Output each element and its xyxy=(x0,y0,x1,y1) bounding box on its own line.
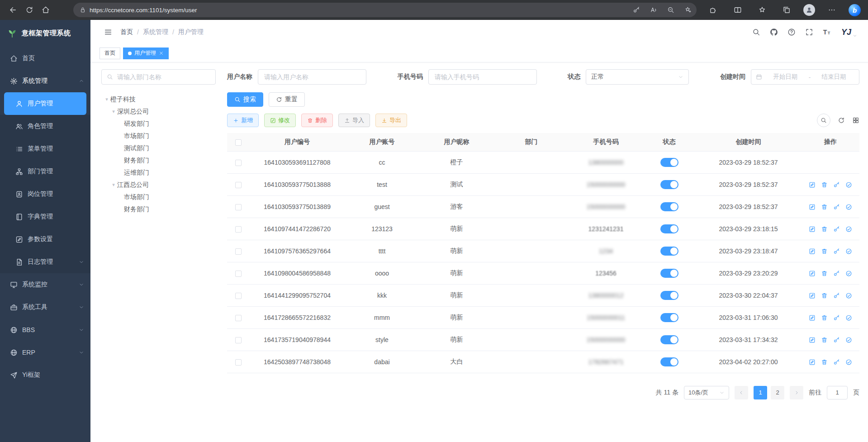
status-toggle[interactable] xyxy=(660,247,678,256)
table-search-button[interactable] xyxy=(817,114,830,127)
edit-button[interactable] xyxy=(809,270,816,277)
header-search-icon[interactable] xyxy=(752,28,760,36)
tree-expand-caret[interactable]: ▾ xyxy=(110,109,117,114)
delete-button[interactable] xyxy=(821,314,828,321)
tree-node[interactable]: ▾深圳总公司 xyxy=(101,105,216,118)
table-row[interactable]: 1641097441472286720123123萌新1231241231202… xyxy=(227,218,859,240)
sidebar-item-dept[interactable]: 部门管理 xyxy=(0,160,90,183)
edit-button[interactable] xyxy=(809,204,816,210)
table-row[interactable]: 1641030593691127808cc橙子13800000002023-03… xyxy=(227,151,859,173)
url-text[interactable]: https://ccnetcore.com:1101/system/user xyxy=(90,7,626,14)
search-button[interactable]: 搜索 xyxy=(227,92,263,107)
row-checkbox[interactable] xyxy=(235,315,242,321)
table-refresh-button[interactable] xyxy=(838,117,845,124)
tree-node[interactable]: 运维部门 xyxy=(101,166,216,179)
table-row[interactable]: 1641030593775013889guest游客15000000000202… xyxy=(227,195,859,218)
reset-password-button[interactable] xyxy=(833,204,840,210)
edit-button[interactable] xyxy=(809,359,816,366)
tree-node[interactable]: 财务部门 xyxy=(101,154,216,166)
username-input[interactable] xyxy=(258,69,366,85)
tree-node[interactable]: ▾江西总公司 xyxy=(101,179,216,191)
tree-node[interactable]: 市场部门 xyxy=(101,130,216,142)
sidebar-item-home[interactable]: 首页 xyxy=(0,47,90,70)
page-button-1[interactable]: 1 xyxy=(754,386,767,399)
split-screen-button[interactable] xyxy=(730,2,745,18)
status-toggle[interactable] xyxy=(660,335,678,344)
github-icon[interactable] xyxy=(770,28,778,36)
sidebar-item-config[interactable]: 参数设置 xyxy=(0,228,90,251)
assign-role-button[interactable] xyxy=(845,226,852,233)
phone-field[interactable] xyxy=(434,73,531,81)
sidebar-item-user[interactable]: 用户管理 xyxy=(4,92,86,115)
page-button-2[interactable]: 2 xyxy=(771,386,784,399)
reset-password-button[interactable] xyxy=(833,359,840,366)
reload-button[interactable] xyxy=(22,2,37,18)
sidebar-item-post[interactable]: 岗位管理 xyxy=(0,183,90,205)
edit-button[interactable] xyxy=(809,292,816,299)
table-row[interactable]: 1641097576365297664tttt萌新12342023-03-29 … xyxy=(227,240,859,262)
favorites-button[interactable] xyxy=(754,2,770,18)
tree-expand-caret[interactable]: ▾ xyxy=(110,182,117,188)
prev-page-button[interactable] xyxy=(735,386,748,399)
reset-password-button[interactable] xyxy=(833,270,840,277)
username-field[interactable] xyxy=(263,73,361,81)
table-row[interactable]: 1641030593775013888test测试150000000002023… xyxy=(227,173,859,195)
select-all-checkbox[interactable] xyxy=(235,139,242,146)
fullscreen-icon[interactable] xyxy=(805,28,813,36)
row-checkbox[interactable] xyxy=(235,271,242,277)
status-toggle[interactable] xyxy=(660,269,678,278)
tree-node[interactable]: 市场部门 xyxy=(101,191,216,203)
collections-button[interactable] xyxy=(779,2,794,18)
created-date-range[interactable]: 开始日期 - 结束日期 xyxy=(751,69,859,85)
delete-button[interactable] xyxy=(821,292,828,299)
page-size-select[interactable]: 10条/页 xyxy=(684,386,729,399)
browser-home-button[interactable] xyxy=(38,2,53,18)
assign-role-button[interactable] xyxy=(845,270,852,277)
add-button[interactable]: 新增 xyxy=(227,114,259,127)
edit-button[interactable] xyxy=(809,337,816,343)
status-toggle[interactable] xyxy=(660,224,678,233)
tree-node[interactable]: 测试部门 xyxy=(101,142,216,154)
assign-role-button[interactable] xyxy=(845,204,852,210)
font-size-icon[interactable]: TT xyxy=(823,28,832,37)
assign-role-button[interactable] xyxy=(845,181,852,188)
reset-password-button[interactable] xyxy=(833,292,840,299)
row-checkbox[interactable] xyxy=(235,337,242,343)
delete-button[interactable] xyxy=(821,226,828,233)
row-checkbox[interactable] xyxy=(235,359,242,366)
reset-password-button[interactable] xyxy=(833,337,840,343)
row-checkbox[interactable] xyxy=(235,182,242,188)
tab-close-icon[interactable] xyxy=(159,51,164,56)
status-toggle[interactable] xyxy=(660,291,678,300)
import-button[interactable]: 导入 xyxy=(338,114,370,127)
reset-password-button[interactable] xyxy=(833,181,840,188)
sidebar-toggle[interactable] xyxy=(101,25,115,39)
delete-button[interactable] xyxy=(821,248,828,255)
extensions-button[interactable] xyxy=(706,2,721,18)
table-row[interactable]: 1641728665572216832mmm萌新150000000112023-… xyxy=(227,306,859,328)
edit-button[interactable] xyxy=(809,314,816,321)
row-checkbox[interactable] xyxy=(235,160,242,166)
sidebar-item-log[interactable]: 日志管理 xyxy=(0,251,90,273)
dept-search-input[interactable] xyxy=(101,69,216,85)
table-row[interactable]: 1642503897748738048dabai大白17826674712023… xyxy=(227,351,859,373)
reset-password-button[interactable] xyxy=(833,248,840,255)
row-checkbox[interactable] xyxy=(235,248,242,255)
assign-role-button[interactable] xyxy=(845,359,852,366)
breadcrumb-item[interactable]: 用户管理 xyxy=(178,28,204,36)
goto-page-input[interactable] xyxy=(827,386,848,399)
status-toggle[interactable] xyxy=(660,202,678,211)
delete-button[interactable] xyxy=(821,359,828,366)
tab-home[interactable]: 首页 xyxy=(100,48,120,59)
table-row[interactable]: 1641441299095752704kkk萌新13800000122023-0… xyxy=(227,284,859,306)
sidebar-item-yi[interactable]: Yi框架 xyxy=(0,364,90,386)
sidebar-item-monitor[interactable]: 系统监控 xyxy=(0,273,90,296)
sidebar-item-menu[interactable]: 菜单管理 xyxy=(0,138,90,160)
assign-role-button[interactable] xyxy=(845,314,852,321)
row-checkbox[interactable] xyxy=(235,204,242,210)
delete-button[interactable] xyxy=(821,270,828,277)
zoom-out-button[interactable] xyxy=(664,3,678,17)
edit-button[interactable] xyxy=(809,248,816,255)
status-toggle[interactable] xyxy=(660,158,678,167)
table-row[interactable]: 1641735719040978944style萌新15000000000202… xyxy=(227,328,859,351)
